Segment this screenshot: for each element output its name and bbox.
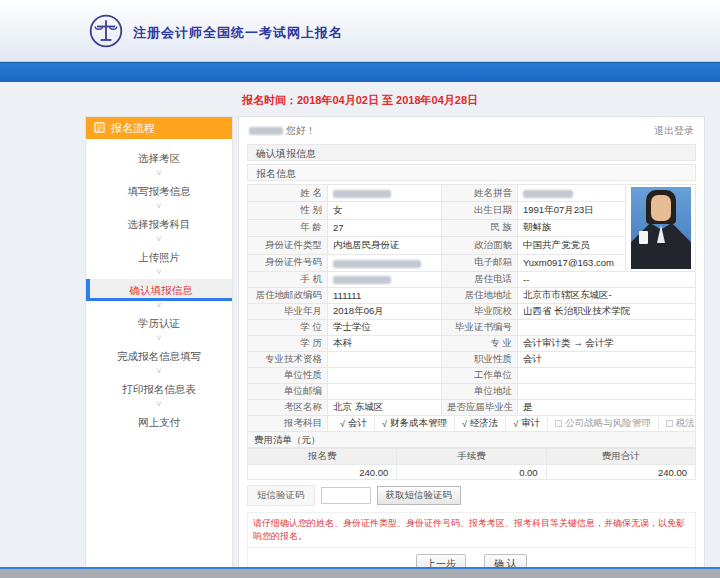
field-value: 北京市市辖区东城区- (518, 288, 696, 304)
sidebar-item-4[interactable]: 上传照片 (86, 246, 232, 268)
field-label: 年 龄 (248, 219, 328, 236)
sidebar-title: 报名流程 (111, 121, 155, 136)
subject-checkbox[interactable]: 公司战略与风险管理 (548, 417, 659, 430)
field-value: 会计审计类 → 会计学 (518, 336, 696, 352)
cicpa-logo-icon (88, 13, 124, 53)
sidebar-item-1[interactable]: 选择考区 (86, 147, 232, 169)
field-label: 姓名拼音 (442, 185, 518, 202)
registration-period-notice: 报名时间：2018年04月02日 至 2018年04月28日 (0, 93, 720, 108)
field-value: 27 (328, 219, 442, 236)
fee-value-cell: 0.00 (397, 465, 546, 480)
field-label: 手 机 (248, 272, 328, 288)
sidebar-item-3[interactable]: 选择报考科目 (86, 213, 232, 235)
field-value (518, 368, 696, 384)
info-row: 单位性质工作单位 (248, 368, 696, 384)
info-row: 考区名称北京 东城区是否应届毕业生是 (248, 400, 696, 416)
field-label: 民 族 (442, 219, 518, 236)
get-sms-code-button[interactable]: 获取短信验证码 (377, 486, 462, 505)
field-label: 身份证件号码 (248, 254, 328, 271)
field-value: 内地居民身份证 (328, 237, 442, 254)
applicant-photo-cell (626, 185, 696, 272)
sidebar-header: 报名流程 (86, 117, 232, 139)
subject-checkbox[interactable]: √经济法 (455, 417, 506, 430)
info-row: 专业技术资格职业性质会计 (248, 352, 696, 368)
site-title: 注册会计师全国统一考试网上报名 (133, 24, 343, 42)
sidebar-item-8[interactable]: 打印报名信息表 (86, 378, 232, 400)
field-label: 居住地邮政编码 (248, 288, 328, 304)
blurred-value (523, 190, 573, 198)
greeting-text: 您好！ (286, 125, 316, 136)
subjects-cell: √会计√财务成本管理√经济法√审计公司战略与风险管理税法 (328, 416, 696, 432)
field-label: 政治面貌 (442, 237, 518, 254)
subject-checkbox[interactable]: √财务成本管理 (375, 417, 455, 430)
bottom-strip (0, 569, 720, 578)
field-label: 性 别 (248, 202, 328, 219)
chevron-down-icon: ˅ (86, 367, 232, 378)
logout-link[interactable]: 退出登录 (654, 124, 694, 138)
fee-header-row: 报名费手续费费用合计 (248, 449, 696, 465)
field-label: 毕业院校 (442, 304, 518, 320)
sidebar-item-6[interactable]: 学历认证 (86, 312, 232, 334)
section-title-bar: 确认填报信息 (247, 144, 696, 161)
field-label: 单位地址 (442, 384, 518, 400)
subject-checkbox[interactable]: 税法 (659, 417, 696, 430)
field-value (518, 384, 696, 400)
field-value: 北京 东城区 (328, 400, 442, 416)
blurred-value (333, 260, 421, 268)
field-value (518, 185, 626, 202)
unchecked-box-icon (666, 420, 673, 427)
info-row: 居住地邮政编码111111居住地地址北京市市辖区东城区- (248, 288, 696, 304)
sms-code-label: 短信验证码 (247, 485, 315, 506)
sidebar-item-7[interactable]: 完成报名信息填写 (86, 345, 232, 367)
info-table-body: 姓 名姓名拼音性 别女出生日期1991年07月23日年 龄27民 族朝鲜族身份证… (248, 185, 696, 432)
subject-name: 财务成本管理 (390, 417, 447, 430)
field-label: 学 位 (248, 320, 328, 336)
user-greeting: 您好！ (249, 124, 316, 138)
info-row: 毕业年月2018年06月毕业院校山西省 长治职业技术学院 (248, 304, 696, 320)
field-value (328, 368, 442, 384)
field-label: 工作单位 (442, 368, 518, 384)
fee-header-cell: 费用合计 (546, 449, 695, 465)
field-value: 山西省 长治职业技术学院 (518, 304, 696, 320)
sidebar-item-5[interactable]: 确认填报信息 (86, 279, 232, 301)
field-value (328, 352, 442, 368)
subject-name: 会计 (348, 417, 367, 430)
field-label: 职业性质 (442, 352, 518, 368)
field-value: 是 (518, 400, 696, 416)
field-value: 朝鲜族 (518, 219, 626, 236)
sms-code-input[interactable] (321, 487, 371, 504)
field-label: 姓 名 (248, 185, 328, 202)
field-value (328, 185, 442, 202)
subject-name: 税法 (676, 417, 695, 430)
field-value: Yuxm0917@163.com (518, 254, 626, 271)
info-title-bar: 报名信息 (247, 164, 696, 181)
chevron-down-icon: ˅ (86, 301, 232, 312)
field-label: 考区名称 (248, 400, 328, 416)
subject-checkbox[interactable]: √审计 (506, 417, 548, 430)
checked-icon: √ (340, 419, 345, 429)
field-value: 本科 (328, 336, 442, 352)
checked-icon: √ (513, 419, 518, 429)
subjects-group: √会计√财务成本管理√经济法√审计公司战略与风险管理税法 (333, 417, 690, 430)
field-label: 毕业年月 (248, 304, 328, 320)
user-name-blurred (249, 127, 283, 135)
sidebar-item-2[interactable]: 填写报考信息 (86, 180, 232, 202)
info-row: 姓 名姓名拼音 (248, 185, 696, 202)
field-label: 出生日期 (442, 202, 518, 219)
fee-header-cell: 手续费 (397, 449, 546, 465)
chevron-down-icon: ˅ (86, 169, 232, 180)
field-label: 专 业 (442, 336, 518, 352)
field-value: 1991年07月23日 (518, 202, 626, 219)
fee-list-title: 费用清单（元） (247, 432, 696, 448)
sidebar-item-9[interactable]: 网上支付 (86, 411, 232, 433)
registration-info-table: 姓 名姓名拼音性 别女出生日期1991年07月23日年 龄27民 族朝鲜族身份证… (247, 184, 696, 432)
confirm-warning-text: 请仔细确认您的姓名、身份证件类型、身份证件号码、报考考区、报考科目等关键信息，并… (247, 512, 696, 548)
field-label: 毕业证书编号 (442, 320, 518, 336)
clipboard-icon (94, 122, 105, 135)
fee-table: 报名费手续费费用合计 240.000.00240.00 (247, 448, 696, 480)
top-navigation-bar (0, 62, 720, 82)
subject-checkbox[interactable]: √会计 (333, 417, 375, 430)
info-row: 手 机居住电话-- (248, 272, 696, 288)
chevron-down-icon: ˅ (86, 268, 232, 279)
field-value: 学士学位 (328, 320, 442, 336)
